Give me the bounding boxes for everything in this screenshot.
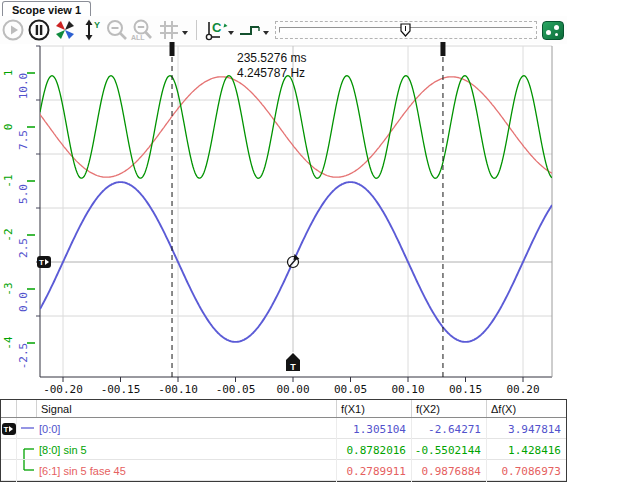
signal-table-body: T[0:0]1.305104-2.642713.947814[8:0] sin …	[1, 418, 566, 481]
cursor-delta-time: 235.5276 ms	[237, 51, 306, 66]
tree-connector-cell	[17, 418, 37, 440]
toolbar-separator	[196, 20, 197, 40]
y-tick-label: -1	[2, 174, 15, 187]
fit-y-icon: Y	[79, 18, 103, 42]
dot-icon	[554, 25, 559, 30]
x-tick-label: 00.00	[276, 383, 309, 396]
x-tick-label: 00.15	[449, 383, 482, 396]
tab-scope-view-1[interactable]: Scope view 1	[2, 1, 91, 17]
column-header-fx[interactable]: Δf(X)	[487, 400, 566, 417]
y-tick-label: -3	[2, 282, 15, 295]
trigger-arrow-icon	[9, 426, 13, 432]
scope-window: Scope view 1	[0, 0, 617, 485]
slider-thumb[interactable]	[400, 23, 412, 41]
svg-text:Y: Y	[94, 20, 100, 30]
cursor-handle-x2[interactable]	[440, 42, 445, 56]
run-continuous-icon: C	[202, 18, 228, 42]
y-tick-label: 1	[2, 70, 15, 77]
dot-icon	[546, 30, 551, 35]
tree-connector-cell	[17, 460, 37, 482]
y-tick-label: -2	[2, 228, 15, 241]
column-header-fx1[interactable]: f(X1)	[337, 400, 412, 417]
delta-f-value: 3.947814	[487, 418, 566, 440]
x-tick-label: -00.20	[43, 383, 83, 396]
signal-row-2[interactable]: [8:0] sin 50.8782016-0.55021441.428416	[1, 439, 566, 460]
column-header-empty[interactable]	[17, 400, 37, 417]
scope-plot-area[interactable]: T	[0, 40, 567, 383]
pause-icon	[27, 18, 51, 42]
tree-connector-icon	[17, 460, 37, 480]
y-tick-label: 10.0	[17, 73, 30, 100]
tree-connector-cell	[17, 439, 37, 461]
x-tick-label: 00.10	[391, 383, 424, 396]
x-tick-label: -00.10	[158, 383, 198, 396]
svg-text:C: C	[212, 20, 222, 35]
time-position-slider[interactable]	[275, 21, 537, 39]
tab-label: Scope view 1	[12, 4, 81, 16]
y-tick-label: 7.5	[17, 130, 30, 150]
run-menu-caret[interactable]	[228, 31, 234, 35]
y-tick-label: 0.0	[17, 292, 30, 312]
tree-connector-icon	[17, 439, 37, 459]
trigger-badge-cell	[1, 439, 17, 461]
x-axis-labels: -00.20-00.15-00.10-00.0500.0000.0500.100…	[0, 383, 567, 397]
y-tick-label: -2.5	[17, 343, 30, 370]
y-tick-label: -4	[2, 336, 15, 349]
grid-menu-caret[interactable]	[182, 31, 188, 35]
cursor-measurement-annotation: 235.5276 ms 4.245787 Hz	[237, 51, 306, 81]
signal-table-header: Signalf(X1)f(X2)Δf(X)	[1, 400, 566, 418]
delta-f-value: 1.428416	[487, 439, 566, 461]
signal-name[interactable]: [6:1] sin 5 fase 45	[37, 460, 337, 482]
trigger-badge-cell: T	[1, 418, 17, 440]
zoom-out-icon	[105, 18, 129, 42]
play-icon	[1, 18, 25, 42]
cursor-delta-freq: 4.245787 Hz	[237, 66, 306, 81]
f-x1-value: 1.305104	[337, 418, 412, 440]
f-x1-value: 0.8782016	[337, 439, 412, 461]
trigger-arrow-icon	[45, 259, 49, 265]
cursor-handle-x1[interactable]	[170, 42, 175, 56]
pinwheel-icon	[53, 18, 77, 42]
dot-icon	[555, 33, 558, 36]
trigger-level-marker[interactable]: T	[37, 256, 51, 268]
zoom-all-icon: ALL	[130, 18, 156, 42]
trigger-time-marker-label: T	[290, 362, 296, 372]
edge-menu-caret[interactable]	[263, 31, 269, 35]
column-header-empty[interactable]	[1, 400, 17, 417]
x-tick-label: 00.05	[334, 383, 367, 396]
signal-name[interactable]: [8:0] sin 5	[37, 439, 337, 461]
trigger-badge-cell	[1, 460, 17, 482]
y-tick-label: 5.0	[17, 184, 30, 204]
waveform-2	[40, 76, 552, 179]
palette-button[interactable]	[542, 21, 564, 40]
column-header-signal[interactable]: Signal	[37, 400, 337, 417]
y-tick-label: 2.5	[17, 238, 30, 258]
tree-connector-icon	[17, 418, 37, 438]
f-x2-value: -2.64271	[412, 418, 487, 440]
y-tick-label: 0	[2, 124, 15, 131]
x-tick-label: -00.05	[216, 383, 256, 396]
trigger-badge[interactable]: T	[2, 423, 16, 435]
f-x2-value: -0.5502144	[412, 439, 487, 461]
signal-row-1[interactable]: T[0:0]1.305104-2.642713.947814	[1, 418, 566, 439]
edge-step-icon	[237, 18, 263, 42]
f-x1-value: 0.2789911	[337, 460, 412, 482]
x-tick-label: 00.20	[506, 383, 539, 396]
signal-name[interactable]: [0:0]	[37, 418, 337, 440]
x-tick-label: -00.15	[101, 383, 141, 396]
column-header-fx2[interactable]: f(X2)	[412, 400, 487, 417]
delta-f-value: 0.7086973	[487, 460, 566, 482]
grid-icon	[157, 18, 181, 42]
f-x2-value: 0.9876884	[412, 460, 487, 482]
signal-row-3[interactable]: [6:1] sin 5 fase 450.27899110.98768840.7…	[1, 460, 566, 481]
signal-table: Signalf(X1)f(X2)Δf(X) T[0:0]1.305104-2.6…	[0, 399, 567, 482]
